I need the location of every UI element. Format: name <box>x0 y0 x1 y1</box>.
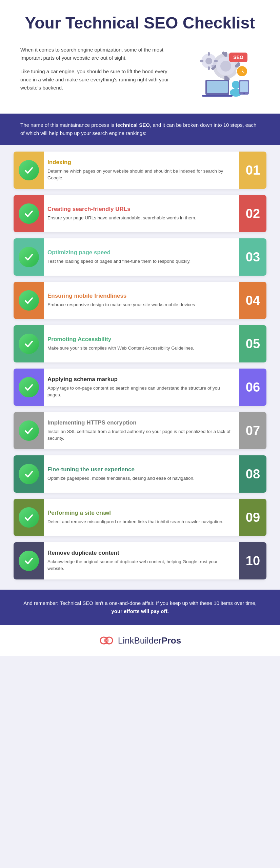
check-circle-wrap <box>14 152 44 189</box>
check-circle-wrap <box>14 238 44 276</box>
svg-rect-14 <box>214 60 218 62</box>
check-circle-wrap <box>14 369 44 406</box>
item-description: Apply tags to on-page content so search … <box>47 385 234 399</box>
item-content: Performing a site crawl Detect and remov… <box>44 504 239 531</box>
check-circle-wrap <box>14 412 44 449</box>
checklist-item: Indexing Determine which pages on your w… <box>14 152 266 189</box>
intro-paragraph-2: Like tuning a car engine, you should be … <box>20 67 175 92</box>
item-number: 05 <box>239 325 266 362</box>
item-title: Creating search-friendly URLs <box>47 206 234 213</box>
item-content: Remove duplicate content Acknowledge the… <box>44 544 239 578</box>
logo-bold-text: Pros <box>161 635 181 646</box>
check-circle <box>19 290 39 311</box>
page-title: Your Technical SEO Checklist <box>20 14 260 32</box>
item-description: Determine which pages on your website sh… <box>47 168 234 182</box>
svg-rect-13 <box>208 66 210 70</box>
check-circle <box>19 551 39 571</box>
check-circle <box>19 160 39 180</box>
svg-point-29 <box>243 93 245 94</box>
checklist-item: Fine-tuning the user experience Optimize… <box>14 455 266 493</box>
svg-rect-15 <box>200 60 203 62</box>
header: Your Technical SEO Checklist <box>0 0 280 42</box>
item-description: Test the loading speed of pages and fine… <box>47 258 234 265</box>
check-circle-wrap <box>14 195 44 232</box>
item-title: Remove duplicate content <box>47 550 234 556</box>
item-content: Promoting Accessbility Make sure your si… <box>44 331 239 357</box>
svg-rect-26 <box>202 95 233 97</box>
banner-bold: technical SEO <box>116 122 150 128</box>
checklist-item: Creating search-friendly URLs Ensure you… <box>14 195 266 232</box>
item-description: Acknowledge the original source of dupli… <box>47 558 234 572</box>
check-circle-wrap <box>14 542 44 579</box>
check-circle-wrap <box>14 325 44 362</box>
item-title: Promoting Accessbility <box>47 336 234 343</box>
linkbuilderpros-icon <box>99 633 114 648</box>
item-title: Optimizing page speed <box>47 249 234 256</box>
item-content: Optimizing page speed Test the loading s… <box>44 244 239 270</box>
check-circle <box>19 377 39 397</box>
item-description: Ensure your page URLs have understandabl… <box>47 215 234 221</box>
svg-point-16 <box>205 58 212 64</box>
item-description: Install an SSL certificate from a truste… <box>47 428 234 442</box>
footer-logo: LinkBuilderPros <box>0 625 280 656</box>
check-circle <box>19 464 39 484</box>
intro-banner: The name of this maintainance process is… <box>0 114 280 145</box>
logo-light-text: LinkBuilder <box>118 635 162 646</box>
svg-rect-25 <box>207 81 228 93</box>
item-number: 10 <box>239 542 266 579</box>
item-content: Fine-tuning the user experience Optimize… <box>44 461 239 487</box>
item-title: Implementing HTTPS encryption <box>47 419 234 426</box>
checklist: Indexing Determine which pages on your w… <box>0 145 280 586</box>
checklist-item: Remove duplicate content Acknowledge the… <box>14 542 266 579</box>
svg-rect-28 <box>240 81 248 92</box>
seo-graphic: SEO <box>185 46 260 100</box>
svg-rect-12 <box>208 52 210 56</box>
item-description: Make sure your site compiles with Web Co… <box>47 345 234 352</box>
footer-text-before: And remember: Technical SEO isn't a one-… <box>23 600 257 606</box>
check-circle-wrap <box>14 455 44 493</box>
check-circle <box>19 507 39 528</box>
item-number: 02 <box>239 195 266 232</box>
item-title: Performing a site crawl <box>47 510 234 516</box>
svg-point-10 <box>220 61 231 72</box>
item-number: 07 <box>239 412 266 449</box>
item-number: 03 <box>239 238 266 276</box>
item-description: Detect and remove misconfigured or broke… <box>47 518 234 525</box>
item-title: Indexing <box>47 159 234 166</box>
checklist-item: Applying schema markup Apply tags to on-… <box>14 369 266 406</box>
item-description: Embrace responsive design to make sure y… <box>47 301 234 308</box>
svg-point-22 <box>232 81 240 89</box>
item-content: Indexing Determine which pages on your w… <box>44 154 239 187</box>
item-number: 09 <box>239 499 266 536</box>
item-content: Ensuring mobile friendliness Embrace res… <box>44 287 239 314</box>
check-circle-wrap <box>14 282 44 319</box>
item-title: Fine-tuning the user experience <box>47 466 234 473</box>
intro-text: When it comes to search engine optimizat… <box>20 46 175 92</box>
check-circle-wrap <box>14 499 44 536</box>
check-circle <box>19 247 39 267</box>
check-circle <box>19 203 39 224</box>
item-content: Creating search-friendly URLs Ensure you… <box>44 200 239 227</box>
logo-text: LinkBuilderPros <box>118 635 181 646</box>
banner-text-before: The name of this maintainance process is <box>20 122 116 128</box>
item-number: 01 <box>239 152 266 189</box>
checklist-item: Implementing HTTPS encryption Install an… <box>14 412 266 449</box>
item-title: Applying schema markup <box>47 376 234 383</box>
item-number: 04 <box>239 282 266 319</box>
svg-text:SEO: SEO <box>233 55 243 60</box>
item-description: Optimize pagespeed, mobile friendliness,… <box>47 475 234 482</box>
item-number: 08 <box>239 455 266 493</box>
checklist-item: Ensuring mobile friendliness Embrace res… <box>14 282 266 319</box>
checklist-item: Performing a site crawl Detect and remov… <box>14 499 266 536</box>
item-title: Ensuring mobile friendliness <box>47 293 234 299</box>
intro-section: When it comes to search engine optimizat… <box>0 42 280 114</box>
check-circle <box>19 334 39 354</box>
checklist-item: Optimizing page speed Test the loading s… <box>14 238 266 276</box>
footer-bold: your efforts will pay off. <box>111 608 168 614</box>
intro-paragraph-1: When it comes to search engine optimizat… <box>20 46 175 62</box>
item-content: Applying schema markup Apply tags to on-… <box>44 371 239 404</box>
page-wrapper: Your Technical SEO Checklist When it com… <box>0 0 280 656</box>
check-circle <box>19 420 39 441</box>
item-number: 06 <box>239 369 266 406</box>
item-content: Implementing HTTPS encryption Install an… <box>44 414 239 448</box>
